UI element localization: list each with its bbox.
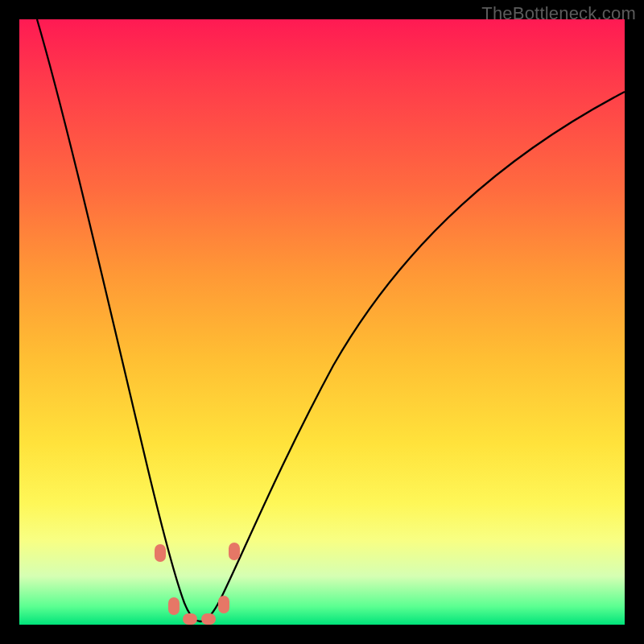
curve-marker	[218, 596, 229, 613]
plot-area	[19, 19, 625, 625]
curve-svg	[19, 19, 625, 625]
curve-marker	[229, 543, 240, 560]
curve-marker	[201, 613, 216, 625]
curve-marker	[168, 597, 180, 615]
bottleneck-curve	[37, 19, 625, 621]
curve-marker	[183, 613, 197, 625]
curve-marker	[155, 544, 166, 562]
